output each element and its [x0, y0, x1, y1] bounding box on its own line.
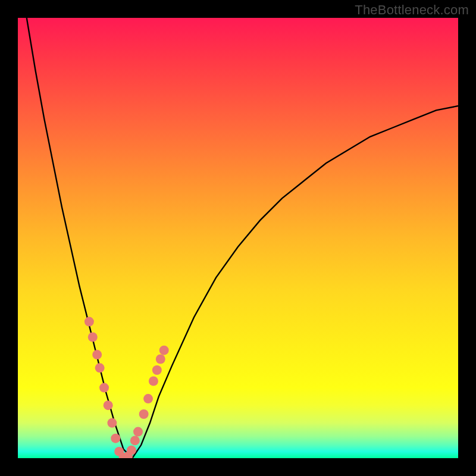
- marker-point: [92, 350, 102, 359]
- marker-point: [127, 446, 136, 455]
- chart-frame: TheBottleneck.com: [0, 0, 476, 476]
- marker-point: [95, 363, 105, 372]
- bottleneck-curve-line: [27, 18, 458, 458]
- marker-group: [84, 317, 169, 458]
- marker-point: [84, 317, 94, 327]
- marker-point: [99, 383, 109, 393]
- marker-point: [107, 418, 117, 428]
- chart-svg-layer: [18, 18, 458, 458]
- marker-point: [159, 346, 169, 355]
- marker-point: [152, 365, 162, 375]
- marker-point: [156, 355, 165, 364]
- marker-point: [88, 333, 98, 342]
- marker-point: [133, 427, 143, 437]
- watermark-text: TheBottleneck.com: [355, 2, 469, 18]
- marker-point: [111, 434, 120, 443]
- marker-point: [130, 436, 140, 445]
- marker-point: [149, 377, 158, 386]
- marker-point: [143, 394, 153, 403]
- marker-point: [139, 409, 149, 419]
- marker-point: [104, 400, 113, 410]
- plot-area: [18, 18, 458, 458]
